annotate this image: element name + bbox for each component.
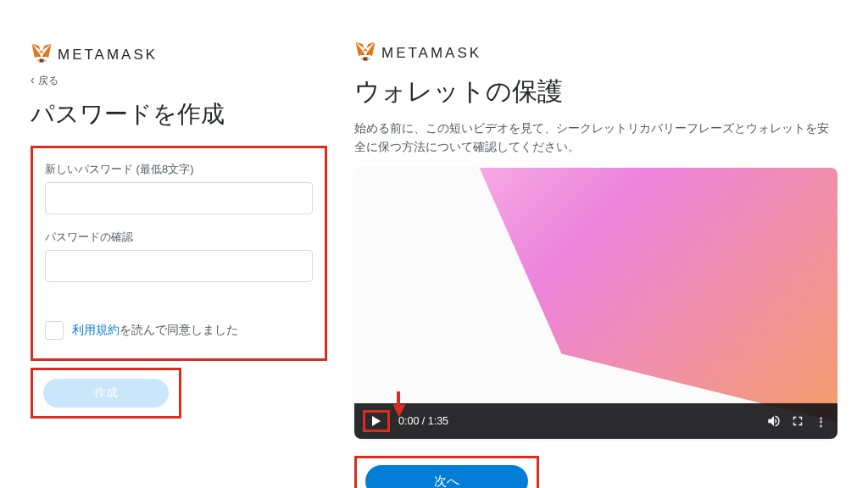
- brand-name: METAMASK: [381, 45, 481, 62]
- new-password-label: 新しいパスワード (最低8文字): [45, 162, 313, 177]
- more-icon[interactable]: ⋮: [814, 413, 829, 429]
- video-player[interactable]: 0:00 / 1:35 ⋮: [354, 168, 837, 439]
- brand-right: METAMASK: [354, 41, 839, 66]
- metamask-fox-icon: [354, 41, 376, 66]
- confirm-password-input[interactable]: [45, 250, 313, 282]
- metamask-fox-icon: [31, 42, 53, 68]
- fullscreen-icon[interactable]: [790, 413, 805, 429]
- create-password-panel: METAMASK 戻る パスワードを作成 新しいパスワード (最低8文字) パス…: [31, 42, 327, 419]
- svg-marker-2: [36, 59, 40, 63]
- next-button-highlight: 次へ: [354, 456, 539, 488]
- protect-wallet-desc: 始める前に、この短いビデオを見て、シークレットリカバリーフレーズとウォレットを安…: [354, 119, 839, 156]
- brand-name: METAMASK: [58, 47, 158, 64]
- confirm-password-label: パスワードの確認: [45, 230, 313, 245]
- svg-marker-12: [360, 58, 364, 61]
- video-controls: 0:00 / 1:35 ⋮: [354, 403, 837, 439]
- svg-marker-13: [367, 58, 370, 61]
- terms-row: 利用規約を読んで同意しました: [45, 321, 313, 340]
- new-password-input[interactable]: [45, 182, 313, 214]
- terms-link[interactable]: 利用規約: [72, 323, 120, 336]
- volume-icon[interactable]: [766, 413, 782, 429]
- create-button-highlight: 作成: [31, 368, 181, 419]
- brand-left: METAMASK: [31, 42, 327, 68]
- back-link[interactable]: 戻る: [31, 73, 327, 88]
- new-password-field: 新しいパスワード (最低8文字): [45, 162, 313, 214]
- svg-marker-19: [363, 48, 369, 51]
- svg-marker-8: [40, 59, 44, 63]
- terms-checkbox[interactable]: [45, 321, 64, 340]
- create-button[interactable]: 作成: [43, 379, 169, 408]
- password-form-highlight: 新しいパスワード (最低8文字) パスワードの確認 利用規約を読んで同意しました: [31, 146, 327, 361]
- play-icon[interactable]: [372, 416, 381, 426]
- annotation-arrow-icon: ▼: [388, 398, 410, 420]
- terms-text: 利用規約を読んで同意しました: [72, 323, 238, 338]
- svg-marker-3: [43, 59, 47, 63]
- svg-marker-18: [364, 58, 368, 61]
- protect-wallet-panel: METAMASK ウォレットの保護 始める前に、この短いビデオを見て、シークレッ…: [354, 41, 839, 488]
- confirm-password-field: パスワードの確認: [45, 230, 313, 282]
- svg-marker-9: [39, 50, 45, 53]
- create-password-heading: パスワードを作成: [31, 98, 327, 130]
- terms-rest: を読んで同意しました: [120, 323, 238, 336]
- next-button[interactable]: 次へ: [365, 465, 528, 488]
- play-button-highlight: [363, 410, 390, 432]
- protect-wallet-heading: ウォレットの保護: [354, 75, 839, 109]
